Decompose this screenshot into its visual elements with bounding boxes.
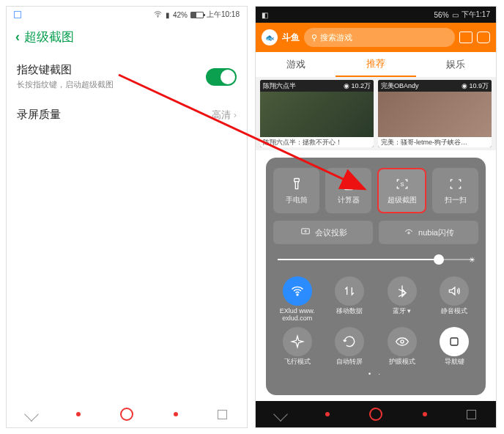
nav-home-icon[interactable] xyxy=(369,408,382,421)
svg-point-4 xyxy=(346,184,347,185)
svg-point-13 xyxy=(401,340,404,343)
row-subtitle: 长按指纹键，启动超级截图 xyxy=(17,79,114,90)
row-title: 录屏质量 xyxy=(17,108,61,122)
shortcut-screenshot[interactable]: S超级截图 xyxy=(377,168,426,213)
search-input[interactable]: ⚲ 搜索游戏 xyxy=(304,28,455,47)
signal-icon: ▮ xyxy=(166,11,170,19)
svg-point-7 xyxy=(350,186,351,187)
nav-dot-icon[interactable] xyxy=(174,412,178,416)
cast-icon xyxy=(300,227,311,238)
wifi-icon xyxy=(153,10,163,21)
chevron-right-icon: › xyxy=(234,109,237,120)
page-header: ‹ 超级截图 xyxy=(7,23,247,54)
quick-bluetooth[interactable]: 蓝牙 ▾ xyxy=(378,276,426,323)
bluetooth-icon xyxy=(388,276,417,306)
eye-icon xyxy=(388,327,417,356)
sun-icon: ☀ xyxy=(469,256,475,264)
widebtn-share[interactable]: nubia闪传 xyxy=(379,221,478,244)
status-time: 上午10:18 xyxy=(207,10,240,20)
shortcut-calculator[interactable]: 计算器 xyxy=(325,168,371,213)
quick-data[interactable]: 移动数据 xyxy=(326,276,374,323)
nav-dot-icon[interactable] xyxy=(76,412,81,416)
tab-recommend[interactable]: 推荐 xyxy=(336,52,415,77)
svg-rect-14 xyxy=(451,338,458,345)
airplane-icon xyxy=(283,327,312,356)
nav-bar xyxy=(256,401,496,427)
calculator-icon xyxy=(341,176,357,192)
svg-text:S: S xyxy=(400,181,404,188)
svg-point-0 xyxy=(158,16,158,17)
rotate-icon xyxy=(335,327,364,356)
svg-point-5 xyxy=(350,184,351,185)
carrier-icon: ◧ xyxy=(262,11,268,19)
camera-icon[interactable] xyxy=(477,32,490,43)
row-title: 指纹键截图 xyxy=(17,63,114,77)
nav-bar xyxy=(7,401,247,427)
share-icon xyxy=(403,227,415,238)
stream-cards: 陈翔六点半◉ 10.2万 陈翔六点半：拯救不开心！ 完美OBAndy◉ 10.9… xyxy=(256,77,496,150)
tab-games[interactable]: 游戏 xyxy=(256,52,336,77)
navkey-icon xyxy=(440,327,469,356)
history-icon[interactable] xyxy=(459,32,472,43)
settings-phone: ▮ 42% 上午10:18 ‹ 超级截图 指纹键截图 长按指纹键，启动超级截图 … xyxy=(6,6,248,428)
battery-pct: 42% xyxy=(173,11,188,19)
status-bar: ▮ 42% 上午10:18 xyxy=(7,7,247,23)
page-title: 超级截图 xyxy=(24,29,74,45)
quick-rotate[interactable]: 自动转屏 xyxy=(326,327,374,366)
shortcut-scan[interactable]: 扫一扫 xyxy=(432,168,478,213)
stream-card[interactable]: 完美OBAndy◉ 10.9万 完美：骚哥-letme-狗子峡谷… xyxy=(378,80,492,147)
svg-rect-9 xyxy=(301,229,309,234)
nav-recent-icon[interactable] xyxy=(218,410,227,419)
notif-icon xyxy=(14,11,21,18)
mute-icon xyxy=(440,276,469,306)
battery-icon xyxy=(190,12,204,18)
screenshot-icon: S xyxy=(394,176,410,192)
quick-eye[interactable]: 护眼模式 xyxy=(378,327,426,366)
nav-home-icon[interactable] xyxy=(120,408,133,421)
status-time: 下午1:17 xyxy=(462,10,490,20)
svg-point-10 xyxy=(304,230,305,232)
wifi-icon xyxy=(283,276,312,306)
nav-dot-icon[interactable] xyxy=(325,412,330,416)
stream-card[interactable]: 陈翔六点半◉ 10.2万 陈翔六点半：拯救不开心！ xyxy=(260,80,374,147)
setting-row-fingerprint[interactable]: 指纹键截图 长按指纹键，启动超级截图 xyxy=(7,54,247,99)
svg-rect-2 xyxy=(344,179,353,190)
quick-airplane[interactable]: 飞行模式 xyxy=(273,327,322,366)
setting-row-quality[interactable]: 录屏质量 高清 › xyxy=(7,99,247,130)
status-bar: ◧ 56% ▭ 下午1:17 xyxy=(256,7,496,23)
quick-wifi[interactable]: EXlud www.exlud.com xyxy=(273,276,322,323)
signal-pct: 56% xyxy=(434,11,449,19)
scan-icon xyxy=(448,176,464,192)
flashlight-icon xyxy=(289,176,305,192)
search-icon: ⚲ xyxy=(311,33,317,43)
battery-icon: ▭ xyxy=(452,11,459,19)
page-dots: • · xyxy=(273,370,478,378)
widebtn-cast[interactable]: 会议投影 xyxy=(273,221,373,244)
app-topbar: 🐟 斗鱼 ⚲ 搜索游戏 xyxy=(256,23,496,52)
tab-entertainment[interactable]: 娱乐 xyxy=(416,52,496,77)
back-button[interactable]: ‹ xyxy=(15,29,20,45)
nav-back-icon[interactable] xyxy=(273,407,288,422)
search-placeholder: 搜索游戏 xyxy=(320,32,352,43)
nav-dot-icon[interactable] xyxy=(423,412,427,416)
nav-back-icon[interactable] xyxy=(24,407,39,422)
svg-point-11 xyxy=(408,232,410,234)
svg-point-6 xyxy=(346,186,347,187)
control-center: 手电筒计算器S超级截图扫一扫 会议投影nubia闪传 ☀ EXlud www.e… xyxy=(266,158,486,395)
data-icon xyxy=(335,276,364,306)
control-center-phone: ◧ 56% ▭ 下午1:17 🐟 斗鱼 ⚲ 搜索游戏 游戏 推荐 娱乐 陈翔六点… xyxy=(255,6,497,428)
svg-rect-1 xyxy=(294,179,299,182)
app-logo-icon[interactable]: 🐟 xyxy=(262,29,278,45)
fingerprint-toggle[interactable] xyxy=(206,68,237,86)
nav-recent-icon[interactable] xyxy=(467,410,476,419)
row-value: 高清 xyxy=(212,108,231,122)
svg-point-12 xyxy=(297,294,298,295)
category-tabs: 游戏 推荐 娱乐 xyxy=(256,52,496,77)
app-logo-text: 斗鱼 xyxy=(282,32,300,44)
brightness-slider[interactable]: ☀ xyxy=(278,253,474,266)
quick-mute[interactable]: 静音模式 xyxy=(431,276,479,323)
shortcut-flashlight[interactable]: 手电筒 xyxy=(273,168,319,213)
quick-navkey[interactable]: 导航键 xyxy=(431,327,479,366)
